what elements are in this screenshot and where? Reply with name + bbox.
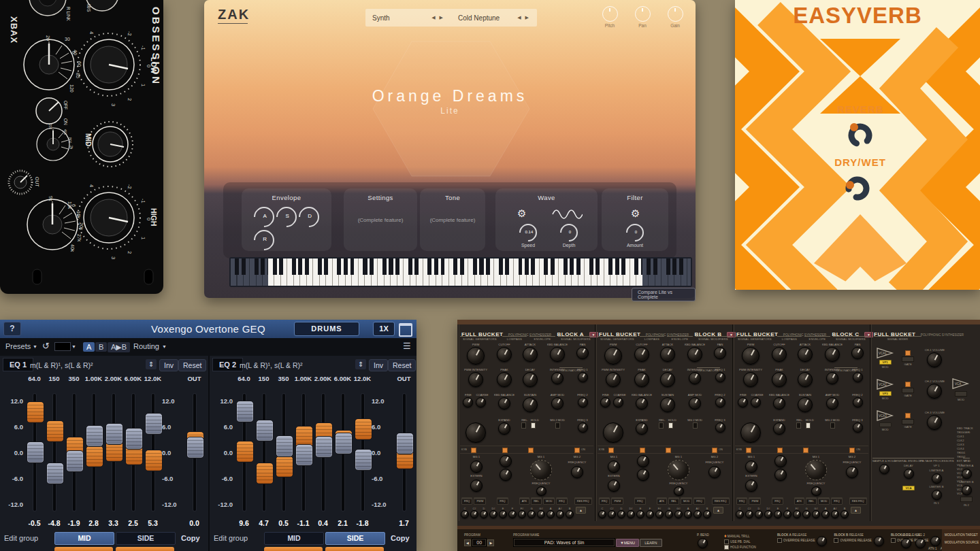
enable-switch[interactable] — [777, 448, 783, 453]
release-knob[interactable] — [874, 536, 884, 546]
note-knob[interactable] — [617, 510, 625, 518]
note-knob[interactable] — [684, 510, 692, 518]
mg2-mod-switch[interactable] — [830, 422, 835, 429]
eq-band-slider[interactable] — [64, 387, 84, 518]
freq3-knob[interactable] — [715, 422, 725, 433]
note-knob[interactable] — [646, 510, 654, 518]
res-frq-button[interactable]: RES FRQ — [712, 497, 730, 505]
mod-knob[interactable] — [500, 455, 512, 467]
eq-band-slider[interactable] — [333, 387, 353, 518]
mg1-frequency-knob[interactable] — [811, 486, 821, 496]
keyboard-active-keys[interactable] — [268, 258, 642, 286]
note-knob[interactable] — [755, 510, 763, 518]
speed-knob[interactable]: 0.14 Speed — [514, 224, 542, 248]
mod-knob[interactable] — [637, 455, 649, 467]
ui-scale-button[interactable]: 1X — [373, 322, 395, 336]
mg2-frequency-knob[interactable] — [571, 466, 583, 478]
delay-knob[interactable] — [904, 469, 914, 479]
mg1-frequency-knob[interactable] — [674, 486, 684, 496]
eq-band-slider[interactable] — [353, 387, 372, 518]
enable-switch[interactable] — [712, 448, 717, 453]
rel-button[interactable]: REL — [531, 497, 542, 505]
kbd-balance-knob[interactable] — [498, 397, 510, 410]
mod-knob[interactable] — [774, 469, 787, 481]
kbd-balance-knob[interactable] — [773, 397, 785, 410]
note-knob[interactable] — [665, 510, 673, 518]
note-knob[interactable] — [566, 510, 574, 518]
reverb-knob[interactable] — [845, 120, 875, 150]
eq1-reset-button[interactable]: Reset — [178, 359, 206, 371]
compare-versions-button[interactable]: Compare Lite vs Complete — [632, 288, 696, 301]
res-frq-button[interactable]: RES FRQ — [574, 497, 592, 505]
resonator-intensity-knob[interactable] — [551, 372, 564, 384]
note-knob[interactable] — [598, 510, 606, 518]
pwm-button[interactable]: PWM — [611, 497, 623, 505]
hold-switch[interactable] — [531, 422, 536, 429]
cutoff-knob[interactable] — [497, 347, 512, 362]
eq2-mode-spinner[interactable]: ⇕ — [355, 359, 366, 369]
piano-keyboard[interactable] — [229, 257, 692, 287]
note-knob[interactable] — [674, 510, 683, 518]
mod-button[interactable]: MOD — [543, 497, 555, 505]
kbd-balance-knob[interactable] — [550, 347, 565, 362]
note-knob[interactable] — [736, 510, 744, 518]
mg1-waveform-dial[interactable] — [530, 460, 552, 480]
resonator-intensity-knob[interactable] — [689, 372, 701, 384]
note-knob[interactable] — [527, 510, 536, 518]
ab-toggle-b[interactable]: B — [95, 342, 107, 352]
note-knob[interactable] — [783, 510, 791, 518]
note-knob[interactable] — [608, 510, 616, 518]
side-handle[interactable] — [236, 401, 254, 422]
pwm-intensity-knob[interactable] — [606, 372, 621, 387]
freq2-knob[interactable] — [853, 397, 863, 407]
note-knob[interactable] — [470, 510, 478, 518]
peak-knob[interactable] — [634, 372, 649, 387]
mg2-frequency-knob[interactable] — [846, 466, 858, 478]
presets-caret-icon[interactable]: ▼ — [33, 344, 37, 349]
fine-knob[interactable] — [738, 397, 748, 407]
release-switch[interactable] — [796, 422, 801, 429]
frq-button[interactable]: FRQ — [736, 497, 747, 505]
hold-switch[interactable] — [668, 422, 673, 429]
eq2-invert-button[interactable]: Inv — [369, 359, 388, 371]
side-handle[interactable] — [145, 413, 163, 435]
waveform-knob[interactable] — [742, 347, 760, 365]
mid-handle[interactable] — [145, 450, 163, 471]
frq-button[interactable]: FRQ — [556, 497, 567, 505]
vp2-limiter-a-knob[interactable] — [962, 469, 972, 479]
octave-up-button[interactable]: ▲ — [851, 507, 861, 514]
note-knob[interactable] — [461, 510, 469, 518]
eq1-copy-button[interactable]: Copy — [181, 534, 200, 542]
ab-copy-button[interactable]: A▶B — [108, 342, 130, 352]
pan-knob[interactable] — [576, 347, 589, 359]
release-knob[interactable]: R — [250, 226, 278, 254]
vp1-limiter-a-knob[interactable] — [932, 473, 942, 484]
mid-handle[interactable] — [46, 420, 64, 442]
mid-handle[interactable] — [236, 441, 254, 463]
note-knob[interactable] — [655, 510, 664, 518]
eq-band-slider[interactable] — [103, 387, 123, 518]
attack-knob[interactable] — [660, 347, 675, 362]
side-handle[interactable] — [66, 450, 84, 472]
peak-knob[interactable] — [772, 372, 787, 387]
expand-knob[interactable] — [636, 422, 648, 435]
enable-switch[interactable] — [471, 448, 476, 453]
sustain-knob[interactable] — [798, 397, 813, 412]
routing-menu[interactable]: Routing — [133, 342, 159, 350]
mg1-amount-knob[interactable] — [745, 461, 757, 473]
eq1-channel-mode[interactable]: m(L & R)¹, s(L & R)² — [30, 361, 93, 369]
note-knob[interactable] — [546, 510, 555, 518]
side-handle[interactable] — [315, 436, 333, 458]
freq1-knob[interactable] — [715, 372, 725, 382]
sustain-knob[interactable] — [660, 397, 675, 412]
extern-knob[interactable] — [608, 480, 620, 492]
eq2-reset-button[interactable]: Reset — [388, 359, 416, 371]
atk-button[interactable]: ATK — [519, 497, 529, 505]
release-switch[interactable] — [521, 422, 526, 429]
gate-button[interactable] — [902, 356, 914, 362]
power-switch-knob[interactable] — [36, 98, 62, 124]
freq2-knob[interactable] — [578, 397, 588, 407]
frq-button[interactable]: FRQ — [772, 497, 783, 505]
frq-button[interactable]: FRQ — [634, 497, 645, 505]
mod-knob[interactable] — [637, 469, 649, 481]
